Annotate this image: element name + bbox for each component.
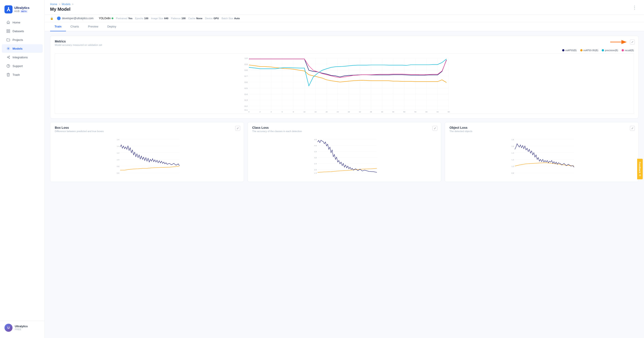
class-loss-card: Class Loss The accuracy of the classes i…	[248, 122, 442, 182]
feedback-label: Feedback	[639, 162, 641, 173]
class-loss-chart: 4.5 4.0 3.5 3.0 2.5 2.0 1.5	[252, 137, 437, 177]
svg-point-9	[9, 56, 10, 56]
metrics-expand-button[interactable]: ⤢	[630, 40, 635, 44]
legend-map50-95-dot	[580, 49, 582, 52]
object-loss-expand-button[interactable]: ⤢	[630, 126, 635, 131]
svg-text:0.8: 0.8	[244, 69, 248, 71]
page-title: My Model	[50, 7, 74, 12]
tab-preview[interactable]: Preview	[84, 22, 103, 31]
sidebar-nav: Home Datasets Projects Models Integratio…	[0, 18, 44, 319]
svg-text:2: 2	[260, 111, 261, 113]
svg-text:8: 8	[293, 111, 294, 113]
sidebar-item-datasets[interactable]: Datasets	[2, 27, 43, 35]
model-info-bar: 🔒 developer@ultralytics.com YOLOv8n Pret…	[45, 15, 644, 22]
legend-precision-label: precision(B)	[605, 49, 618, 52]
tab-deploy[interactable]: Deploy	[103, 22, 121, 31]
yolo-model-badge: YOLOv8n	[99, 17, 113, 20]
sidebar-item-trash[interactable]: Trash	[2, 70, 43, 79]
breadcrumb-home[interactable]: Home	[50, 3, 57, 6]
svg-text:2.5: 2.5	[314, 163, 317, 165]
box-loss-title: Box Loss	[55, 126, 239, 130]
box-loss-subtitle: Difference between predicted and true bo…	[55, 130, 239, 132]
legend-recall-label: recall(B)	[625, 49, 634, 52]
svg-text:2.0: 2.0	[314, 169, 317, 171]
svg-point-12	[8, 66, 8, 67]
svg-text:32: 32	[359, 111, 361, 113]
metrics-title: Metrics	[55, 40, 634, 43]
svg-point-10	[9, 58, 10, 58]
home-icon	[6, 20, 10, 24]
svg-text:50: 50	[404, 111, 406, 113]
class-loss-expand-button[interactable]: ⤢	[432, 126, 438, 131]
object-loss-subtitle: The detected objects	[450, 130, 634, 132]
legend-precision-dot	[602, 49, 604, 52]
logo-sub: HUB BETA	[14, 10, 30, 13]
svg-text:0.6: 0.6	[117, 172, 120, 174]
svg-text:28: 28	[348, 111, 350, 113]
tab-train[interactable]: Train	[50, 22, 66, 31]
svg-text:10: 10	[304, 111, 306, 113]
svg-text:36: 36	[370, 111, 372, 113]
feedback-icon: ⊙	[639, 174, 642, 176]
user-plan: FREE	[15, 328, 28, 330]
sidebar-item-home[interactable]: Home	[2, 18, 43, 26]
legend-recall-dot	[622, 49, 624, 52]
content-area: Metrics Model accuracy measured on valid…	[45, 31, 644, 338]
svg-text:60: 60	[426, 111, 428, 113]
svg-rect-4	[9, 30, 10, 31]
svg-text:4: 4	[270, 111, 272, 113]
tab-charts[interactable]: Charts	[66, 22, 84, 31]
class-loss-title: Class Loss	[252, 126, 437, 130]
tabs-bar: Train Charts Preview Deploy	[45, 22, 644, 31]
logo: Ultralytics HUB BETA	[0, 4, 44, 18]
sidebar-item-models[interactable]: Models	[2, 44, 43, 53]
feedback-tab[interactable]: Feedback ⊙	[637, 159, 643, 179]
email-icon	[57, 16, 60, 20]
svg-text:1.0: 1.0	[512, 166, 514, 168]
svg-text:0.8: 0.8	[512, 172, 514, 174]
svg-text:16: 16	[314, 111, 317, 113]
legend-map50-dot	[562, 49, 564, 52]
svg-text:0.8: 0.8	[117, 166, 120, 168]
ultralytics-logo-icon	[4, 5, 12, 14]
integrations-icon	[6, 55, 10, 59]
svg-text:1.6: 1.6	[117, 138, 120, 140]
svg-text:6: 6	[282, 111, 283, 113]
datasets-icon	[6, 29, 10, 33]
support-icon	[6, 64, 10, 68]
orange-arrow	[610, 40, 628, 44]
svg-text:0: 0	[248, 111, 250, 113]
svg-text:3.0: 3.0	[314, 157, 317, 159]
svg-text:0.1: 0.1	[244, 109, 248, 111]
metrics-subtitle: Model accuracy measured on validation se…	[55, 44, 634, 46]
logo-name: Ultralytics	[14, 6, 30, 10]
object-loss-title: Object Loss	[450, 126, 634, 130]
sidebar-footer: U Ultralytics FREE	[0, 321, 44, 334]
box-loss-card: Box Loss Difference between predicted an…	[50, 122, 244, 182]
legend-map50-label: mAP50(B)	[565, 49, 577, 52]
status-dot	[112, 18, 113, 19]
svg-text:1.2: 1.2	[117, 152, 120, 154]
box-loss-expand-button[interactable]: ⤢	[235, 126, 240, 131]
sidebar-item-support[interactable]: Support	[2, 62, 43, 70]
metrics-chart-card: Metrics Model accuracy measured on valid…	[50, 36, 639, 118]
svg-text:54: 54	[414, 111, 416, 113]
class-loss-subtitle: The accuracy of the classes in each dete…	[252, 130, 437, 132]
svg-text:1.0: 1.0	[117, 159, 120, 161]
more-options-button[interactable]: ⋮	[630, 4, 639, 11]
models-icon	[6, 46, 10, 50]
sidebar: Ultralytics HUB BETA Home Datasets Proje…	[0, 0, 45, 338]
sidebar-item-integrations[interactable]: Integrations	[2, 53, 43, 62]
legend-map50-95-label: mAP50-95(B)	[584, 49, 598, 52]
box-loss-chart: 1.6 1.4 1.2 1.0 0.8 0.6	[55, 137, 239, 177]
metrics-expand-area: ⤢	[610, 40, 635, 44]
metrics-legend: mAP50(B) mAP50-95(B) precision(B) recall…	[55, 49, 634, 52]
svg-text:4.5: 4.5	[314, 138, 317, 140]
svg-text:64: 64	[436, 111, 438, 113]
breadcrumb-models[interactable]: Models	[62, 3, 70, 6]
breadcrumb: Home > Models >	[50, 3, 74, 6]
sidebar-item-projects[interactable]: Projects	[2, 36, 43, 44]
svg-text:1.4: 1.4	[512, 152, 514, 154]
svg-rect-6	[9, 32, 10, 33]
svg-rect-3	[7, 30, 8, 31]
